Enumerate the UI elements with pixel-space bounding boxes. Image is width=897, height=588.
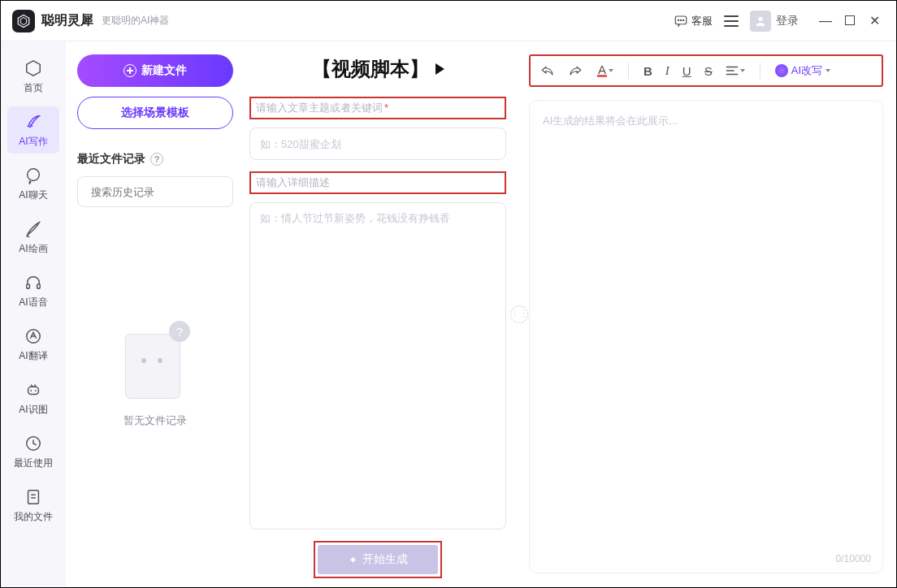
close-button[interactable]: ✕ [862, 13, 886, 28]
drag-handle[interactable]: ⋮⋮ [513, 41, 526, 586]
clock-icon [24, 434, 43, 453]
robot-icon [24, 380, 43, 400]
editor-panel: 【视频脚本】 请输入文章主题或者关键词* 请输入详细描述 ✦ 开始生成 [243, 41, 513, 586]
undo-button[interactable] [540, 64, 555, 77]
new-file-label: 新建文件 [141, 63, 187, 78]
plus-circle-icon [124, 64, 136, 77]
svg-point-2 [680, 19, 681, 20]
sidebar-item-label: 首页 [24, 81, 43, 95]
generate-button[interactable]: ✦ 开始生成 [318, 545, 438, 574]
help-icon[interactable]: ? [150, 153, 163, 166]
page-title-row: 【视频脚本】 [249, 56, 506, 82]
svg-point-1 [678, 19, 678, 20]
recent-header-label: 最近文件记录 [77, 152, 145, 166]
chat-icon [674, 14, 688, 28]
sidebar-item-home[interactable]: 首页 [7, 53, 59, 100]
svg-rect-13 [28, 490, 39, 504]
detail-label: 请输入详细描述 [249, 171, 506, 194]
select-template-button[interactable]: 选择场景模板 [77, 97, 233, 129]
font-color-button[interactable]: A [597, 64, 613, 77]
hexagon-icon [24, 58, 43, 78]
sidebar-item-label: 我的文件 [14, 510, 53, 524]
ai-rewrite-button[interactable]: AI改写 [775, 63, 830, 78]
sidebar: 首页 AI写作 AI聊天 AI绘画 AI语音 AI翻译 AI识图 最近使用 [1, 41, 66, 586]
sidebar-item-ai-translate[interactable]: AI翻译 [7, 321, 59, 368]
app-logo [12, 10, 35, 32]
char-counter: 0/10000 [836, 553, 871, 564]
sidebar-item-ai-chat[interactable]: AI聊天 [7, 160, 59, 207]
search-input[interactable] [91, 186, 228, 198]
output-box[interactable]: AI生成的结果将会在此展示... 0/10000 [529, 100, 883, 573]
svg-point-4 [758, 16, 762, 20]
sidebar-item-label: AI聊天 [19, 188, 47, 202]
topic-label: 请输入文章主题或者关键词* [249, 97, 506, 119]
login-label: 登录 [776, 14, 799, 28]
menu-icon[interactable] [724, 15, 739, 27]
sidebar-item-ai-writing[interactable]: AI写作 [7, 106, 59, 153]
app-tagline: 更聪明的AI神器 [102, 14, 169, 28]
topic-input[interactable] [249, 128, 506, 160]
customer-service-label: 客服 [691, 14, 713, 28]
sidebar-item-ai-image[interactable]: AI识图 [7, 374, 59, 422]
page-title: 【视频脚本】 [312, 56, 429, 82]
underline-button[interactable]: U [682, 64, 691, 78]
redo-button[interactable] [568, 64, 583, 77]
sidebar-item-ai-draw[interactable]: AI绘画 [7, 214, 59, 261]
output-panel: A B I U S AI改写 AI生成的结果将会在此展示... 0 [526, 41, 896, 586]
ai-rewrite-label: AI改写 [791, 63, 822, 78]
sparkle-icon: ✦ [349, 554, 358, 566]
svg-point-10 [30, 390, 32, 391]
chat-bubble-icon [24, 166, 43, 185]
sidebar-item-label: 最近使用 [14, 456, 53, 470]
sidebar-item-recent[interactable]: 最近使用 [7, 428, 59, 475]
align-icon [726, 65, 739, 76]
file-panel: 新建文件 选择场景模板 最近文件记录 ? ? 暂无文件记录 [66, 41, 243, 586]
svg-rect-7 [37, 283, 41, 288]
recent-header: 最近文件记录 ? [77, 152, 233, 166]
empty-illustration: ? [119, 321, 192, 402]
app-name: 聪明灵犀 [41, 12, 93, 29]
avatar-icon [750, 11, 771, 32]
play-icon [436, 63, 444, 75]
output-placeholder: AI生成的结果将会在此展示... [543, 114, 869, 128]
svg-point-3 [682, 19, 683, 20]
svg-rect-9 [28, 387, 39, 394]
translate-icon [24, 326, 43, 346]
svg-rect-6 [27, 283, 30, 288]
sidebar-item-label: AI翻译 [19, 349, 47, 363]
sidebar-item-label: AI语音 [19, 296, 47, 309]
svg-point-11 [35, 390, 37, 391]
drag-handle-icon: ⋮⋮ [510, 305, 528, 323]
strike-button[interactable]: S [704, 64, 713, 78]
sidebar-item-my-files[interactable]: 我的文件 [7, 482, 59, 529]
headphones-icon [24, 273, 43, 292]
sidebar-item-label: AI写作 [19, 135, 47, 149]
italic-button[interactable]: I [665, 64, 670, 78]
bold-button[interactable]: B [644, 64, 652, 78]
sidebar-item-label: AI绘画 [19, 242, 47, 256]
generate-highlight: ✦ 开始生成 [314, 541, 442, 578]
customer-service-button[interactable]: 客服 [674, 14, 713, 28]
search-box[interactable] [77, 176, 233, 207]
maximize-button[interactable] [838, 14, 862, 28]
empty-state: ? 暂无文件记录 [77, 321, 233, 428]
file-icon [24, 487, 43, 507]
brush-icon [24, 219, 43, 239]
align-button[interactable] [726, 65, 745, 76]
new-file-button[interactable]: 新建文件 [77, 54, 233, 87]
minimize-button[interactable]: — [813, 14, 838, 28]
sidebar-item-label: AI识图 [19, 403, 47, 417]
feather-icon [24, 112, 43, 132]
text-toolbar: A B I U S AI改写 [529, 54, 883, 87]
titlebar: 聪明灵犀 更聪明的AI神器 客服 登录 — ✕ [1, 1, 896, 41]
generate-label: 开始生成 [362, 552, 408, 567]
empty-label: 暂无文件记录 [124, 413, 187, 428]
login-button[interactable]: 登录 [750, 11, 799, 32]
sidebar-item-ai-voice[interactable]: AI语音 [7, 267, 59, 314]
svg-point-5 [28, 168, 40, 180]
detail-textarea[interactable] [249, 202, 506, 530]
ai-orb-icon [775, 64, 788, 77]
